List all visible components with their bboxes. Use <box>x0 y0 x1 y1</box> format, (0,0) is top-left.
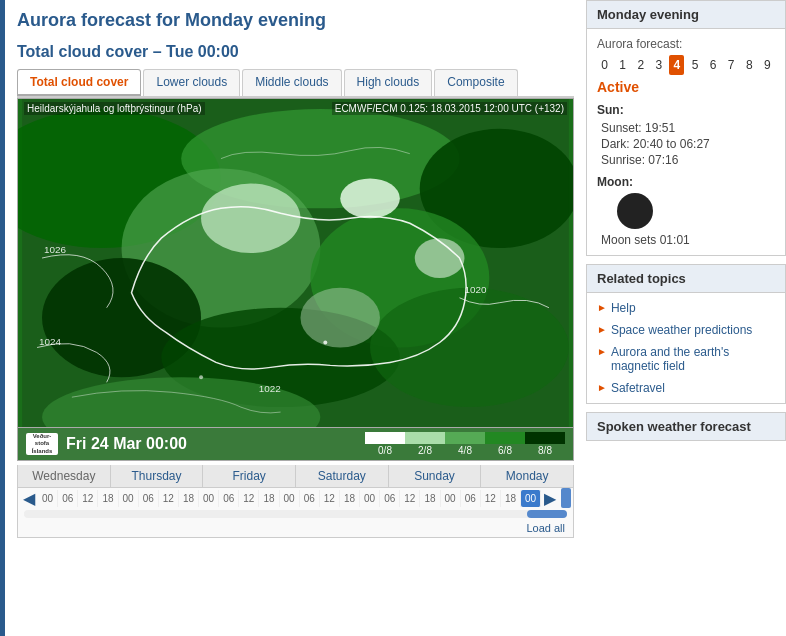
legend-2-8: 2/8 <box>405 432 445 456</box>
legend-6-8: 6/8 <box>485 432 525 456</box>
timeline-day-mon[interactable]: Monday <box>481 465 573 487</box>
tab-middle-clouds[interactable]: Middle clouds <box>242 69 341 96</box>
timeline-hour[interactable]: 18 <box>179 490 199 507</box>
timeline-hours-row: ◀ 00 06 12 18 00 06 12 18 00 06 12 18 <box>18 488 573 508</box>
timeline-hour[interactable]: 12 <box>159 490 179 507</box>
related-header: Related topics <box>587 265 785 293</box>
moon-section: Moon: Moon sets 01:01 <box>597 175 775 247</box>
aurora-num-3: 3 <box>651 55 666 75</box>
evening-header: Monday evening <box>587 1 785 29</box>
timeline-hour[interactable]: 06 <box>139 490 159 507</box>
load-all-link[interactable]: Load all <box>526 522 565 534</box>
spoken-weather-header: Spoken weather forecast <box>586 412 786 441</box>
timeline-day-thu[interactable]: Thursday <box>111 465 204 487</box>
moon-sets: Moon sets 01:01 <box>597 233 775 247</box>
timeline-hour[interactable]: 06 <box>300 490 320 507</box>
sunset-row: Sunset: 19:51 <box>597 121 775 135</box>
aurora-num-7: 7 <box>724 55 739 75</box>
related-item-safetravel[interactable]: ► Safetravel <box>595 377 777 399</box>
timeline-day-wed[interactable]: Wednesday <box>18 465 111 487</box>
timeline-hour[interactable]: 18 <box>501 490 521 507</box>
timeline-hour[interactable]: 00 <box>38 490 58 507</box>
timeline-hour[interactable]: 00 <box>280 490 300 507</box>
legend-4-8: 4/8 <box>445 432 485 456</box>
aurora-num-5: 5 <box>687 55 702 75</box>
load-all[interactable]: Load all <box>18 520 573 537</box>
timeline-hour[interactable]: 12 <box>400 490 420 507</box>
timeline-hour[interactable]: 18 <box>98 490 118 507</box>
svg-point-19 <box>199 375 203 379</box>
legend-0-8: 0/8 <box>365 432 405 456</box>
related-link-space[interactable]: Space weather predictions <box>611 323 752 337</box>
related-topics-box: Related topics ► Help ► Space weather pr… <box>586 264 786 404</box>
timeline-hour[interactable]: 12 <box>239 490 259 507</box>
dark-row: Dark: 20:40 to 06:27 <box>597 137 775 151</box>
sun-section: Sun: Sunset: 19:51 Dark: 20:40 to 06:27 … <box>597 103 775 167</box>
timeline-day-fri[interactable]: Friday <box>203 465 296 487</box>
timeline-prev-arrow[interactable]: ◀ <box>20 489 38 508</box>
map-label-left: Heildarskýjahula og loftþrýstingur (hPa) <box>24 102 205 115</box>
section-title: Total cloud cover – Tue 00:00 <box>17 43 574 61</box>
related-item-aurora-magnetic[interactable]: ► Aurora and the earth's magnetic field <box>595 341 777 377</box>
timeline-hour[interactable]: 18 <box>420 490 440 507</box>
timeline-days: Wednesday Thursday Friday Saturday Sunda… <box>18 465 573 488</box>
timeline-hours: 00 06 12 18 00 06 12 18 00 06 12 18 00 0… <box>38 490 541 507</box>
aurora-num-4-active: 4 <box>669 55 684 75</box>
timeline-hour[interactable]: 06 <box>219 490 239 507</box>
timeline-hour[interactable]: 00 <box>360 490 380 507</box>
timeline-hour[interactable]: 12 <box>78 490 98 507</box>
svg-point-8 <box>370 288 569 407</box>
timeline-hour-active[interactable]: 00 <box>521 490 541 507</box>
legend-bar-4 <box>445 432 485 444</box>
timeline-hour[interactable]: 00 <box>119 490 139 507</box>
svg-point-10 <box>201 183 300 253</box>
timeline-hour[interactable]: 18 <box>259 490 279 507</box>
related-arrow-help: ► <box>597 302 607 313</box>
timeline-hour[interactable]: 18 <box>340 490 360 507</box>
map-legend: 0/8 2/8 4/8 6/8 <box>365 432 565 456</box>
aurora-num-9: 9 <box>760 55 775 75</box>
timeline-day-sun[interactable]: Sunday <box>389 465 482 487</box>
svg-text:1022: 1022 <box>259 383 282 394</box>
related-item-help[interactable]: ► Help <box>595 297 777 319</box>
timeline-hour[interactable]: 00 <box>441 490 461 507</box>
aurora-num-8: 8 <box>742 55 757 75</box>
related-body: ► Help ► Space weather predictions ► Aur… <box>587 293 785 403</box>
timeline-scroll-right[interactable] <box>561 488 571 508</box>
svg-text:1024: 1024 <box>39 336 62 347</box>
timeline-scroll-thumb[interactable] <box>527 510 567 518</box>
timeline-scrollbar[interactable] <box>24 510 567 518</box>
related-item-space[interactable]: ► Space weather predictions <box>595 319 777 341</box>
legend-bar-6 <box>485 432 525 444</box>
timeline-day-sat[interactable]: Saturday <box>296 465 389 487</box>
related-arrow-space: ► <box>597 324 607 335</box>
timeline-hour[interactable]: 06 <box>380 490 400 507</box>
sunrise-row: Sunrise: 07:16 <box>597 153 775 167</box>
tab-composite[interactable]: Composite <box>434 69 517 96</box>
timeline-next-arrow[interactable]: ▶ <box>541 489 559 508</box>
related-link-help[interactable]: Help <box>611 301 636 315</box>
svg-point-11 <box>340 179 400 219</box>
related-arrow-aurora: ► <box>597 346 607 357</box>
related-arrow-safe: ► <box>597 382 607 393</box>
legend-bar-8 <box>525 432 565 444</box>
tab-total-cloud[interactable]: Total cloud cover <box>17 69 141 96</box>
tab-lower-clouds[interactable]: Lower clouds <box>143 69 240 96</box>
aurora-box: Monday evening Aurora forecast: 0 1 2 3 … <box>586 0 786 256</box>
related-link-safetravel[interactable]: Safetravel <box>611 381 665 395</box>
related-link-aurora-magnetic[interactable]: Aurora and the earth's magnetic field <box>611 345 775 373</box>
timeline-hour[interactable]: 00 <box>199 490 219 507</box>
svg-point-18 <box>323 341 327 345</box>
timeline-hour[interactable]: 06 <box>461 490 481 507</box>
aurora-num-6: 6 <box>706 55 721 75</box>
moon-title: Moon: <box>597 175 775 189</box>
timeline-hour[interactable]: 06 <box>58 490 78 507</box>
legend-8-8: 8/8 <box>525 432 565 456</box>
timeline-hour[interactable]: 12 <box>481 490 501 507</box>
aurora-body: Aurora forecast: 0 1 2 3 4 5 6 7 8 9 Act… <box>587 29 785 255</box>
timeline-hour[interactable]: 12 <box>320 490 340 507</box>
aurora-label: Aurora forecast: <box>597 37 775 51</box>
sun-title: Sun: <box>597 103 775 117</box>
tab-high-clouds[interactable]: High clouds <box>344 69 433 96</box>
cloud-tabs: Total cloud cover Lower clouds Middle cl… <box>17 69 574 98</box>
